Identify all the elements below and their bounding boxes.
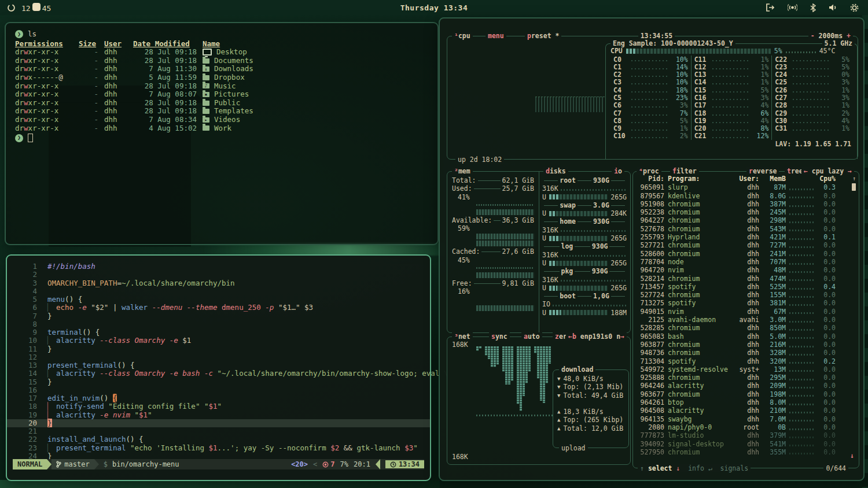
net-panel-title[interactable]: ³net: [452, 332, 473, 341]
process-row[interactable]: 964720nvimdhh48M0.0: [633, 266, 859, 274]
proc-select-button[interactable]: select: [648, 464, 672, 472]
process-row[interactable]: 948736chromiumdhh328M0.0: [633, 349, 859, 357]
proc-filter-button[interactable]: filter: [670, 167, 699, 175]
disks-panel-title[interactable]: disks: [543, 167, 568, 175]
process-user: syst+: [736, 365, 759, 374]
process-cpu-meter: [789, 197, 814, 198]
code-line[interactable]: 4: [7, 287, 430, 295]
process-row[interactable]: 528214chromiumdhh474M0.0: [633, 275, 859, 283]
volume-icon[interactable]: [829, 3, 837, 12]
cpu-core-row: C114%: [613, 63, 688, 71]
process-name: slurp: [668, 183, 733, 191]
net-interface-selector[interactable]: ←b enp191s0 n→: [566, 332, 627, 341]
code-line[interactable]: 18▏notify-send "Editing config file" "$1…: [7, 402, 430, 411]
io-mode-button[interactable]: io: [612, 167, 624, 175]
process-pid: 255793: [638, 233, 664, 241]
net-sync-button[interactable]: sync: [489, 332, 510, 341]
code-line[interactable]: 7}: [7, 312, 430, 320]
process-row[interactable]: 963877chromiumdhh216M0.0: [633, 341, 859, 349]
code-line[interactable]: 1#!/bin/bash: [7, 263, 430, 271]
cpu-panel-title[interactable]: ¹cpu: [452, 32, 473, 40]
code-line[interactable]: 17edit_in_nvim() {: [7, 394, 430, 402]
process-row[interactable]: 952238chromiumdhh245M0.0: [633, 208, 859, 216]
process-row[interactable]: 965083bashdhh5.0M0.0: [633, 332, 859, 341]
process-name: alacritty: [668, 382, 733, 390]
process-row[interactable]: 964135swaybgdhh7.0M0.0: [633, 415, 859, 423]
process-row[interactable]: 713457spotifydhh525M0.4: [633, 283, 859, 291]
process-row[interactable]: 549972systemd-resolvesyst+13M0.0: [633, 365, 859, 374]
process-row[interactable]: 964508alacrittydhh210M0.0: [633, 406, 859, 415]
bluetooth-icon[interactable]: [810, 3, 816, 12]
process-mem: 320M: [763, 357, 786, 365]
code-line[interactable]: 16: [7, 386, 430, 394]
process-row[interactable]: 527721chromiumdhh727M0.0: [633, 241, 859, 249]
proc-scroll-down-icon[interactable]: ↓: [850, 452, 854, 460]
process-row[interactable]: 713304spotifydhh320M0.2: [633, 357, 859, 365]
core-percent: 2%: [671, 132, 688, 140]
process-row[interactable]: 964227chromiumdhh298M0.0: [633, 216, 859, 224]
process-row[interactable]: 964246alacrittydhh209M0.0: [633, 382, 859, 390]
process-row[interactable]: 527950chromiumdhh355M0.0: [633, 448, 859, 456]
process-user: dhh: [736, 324, 759, 332]
nvim-editor-window[interactable]: 1#!/bin/bash23OMARCHY_BIN_PATH=~/.local/…: [6, 254, 431, 481]
process-row[interactable]: 949015nvimdhh67M0.0: [633, 308, 859, 316]
proc-sort-selector[interactable]: ← cpu lazy →: [801, 167, 854, 175]
process-row[interactable]: 925888chromiumdhh295M0.0: [633, 374, 859, 382]
code-line[interactable]: 13present_terminal() {: [7, 361, 430, 369]
process-cpu-meter: [789, 395, 814, 397]
code-line[interactable]: 19▏alacritty -e nvim "$1": [7, 411, 430, 419]
process-row[interactable]: 528285chromiumdhh850M0.0: [633, 324, 859, 332]
interval-decrease-button[interactable]: -: [811, 32, 815, 40]
proc-panel-title[interactable]: ⁴proc: [637, 167, 661, 175]
btop-monitor-window[interactable]: ¹cpu menu preset * 13:34:55 - 2000ms + E…: [439, 17, 865, 481]
proc-info-button[interactable]: info: [688, 464, 704, 472]
code-line[interactable]: 8: [7, 320, 430, 328]
code-line[interactable]: 15}: [7, 378, 430, 386]
process-name: node: [668, 258, 733, 266]
process-row[interactable]: 778704nodedhh707M0.0: [633, 258, 859, 266]
btop-preset-button[interactable]: preset *: [525, 32, 561, 40]
network-icon[interactable]: [788, 3, 797, 12]
code-line[interactable]: 2: [7, 271, 430, 279]
process-row[interactable]: 777873lm-studiodhh379M0.0: [633, 431, 859, 439]
code-line[interactable]: 12: [7, 353, 430, 361]
settings-icon[interactable]: [850, 3, 859, 12]
interval-increase-button[interactable]: +: [847, 32, 851, 40]
process-row[interactable]: 394092signal-desktopdhh541M0.0: [633, 440, 859, 448]
process-cpu-meter: [789, 230, 814, 231]
process-row[interactable]: 879567kdenlivedhh8.0G0.0: [633, 192, 859, 200]
shell-prompt-line-2[interactable]: ❯: [15, 134, 428, 142]
process-row[interactable]: 951908chromiumdhh387M0.0: [633, 200, 859, 208]
logout-icon[interactable]: [766, 3, 775, 12]
process-row[interactable]: 527724chromiumdhh155M0.0: [633, 291, 859, 299]
process-row[interactable]: 255793Hyprlanddhh421M0.1: [633, 233, 859, 241]
proc-reverse-button[interactable]: reverse: [746, 167, 779, 175]
code-line[interactable]: 11}: [7, 345, 430, 353]
process-row[interactable]: 528600chromiumdhh241M0.0: [633, 250, 859, 258]
file-list-terminal-window[interactable]: ❯ ls PermissionsSizeUserDate ModifiedNam…: [5, 22, 439, 245]
process-row[interactable]: 965091slurpdhh87M0.3: [633, 183, 859, 191]
code-line[interactable]: 9terminal() {: [7, 328, 430, 337]
process-row[interactable]: 713275spotifydhh381M0.0: [633, 299, 859, 307]
process-row[interactable]: 2080napi/phy0-0root0B0.0: [633, 423, 859, 431]
code-line[interactable]: 23▏present_terminal "echo 'Installing $1…: [7, 444, 430, 452]
btop-menu-button[interactable]: menu: [486, 32, 506, 40]
code-line[interactable]: 10▏alacritty --class Omarchy -e $1: [7, 337, 430, 345]
process-row[interactable]: 527678chromiumdhh543M0.0: [633, 225, 859, 233]
code-line[interactable]: 21: [7, 427, 430, 435]
proc-scrollbar-thumb[interactable]: [852, 183, 856, 191]
code-line[interactable]: 3OMARCHY_BIN_PATH=~/.local/share/omarchy…: [7, 279, 430, 287]
code-line[interactable]: 6▏echo -e "$2" | walker --dmenu --theme …: [7, 304, 430, 312]
proc-scroll-up-icon[interactable]: ↑: [852, 175, 856, 183]
cpu-core-row: C174%: [694, 102, 769, 109]
mem-panel-title[interactable]: ²mem: [452, 167, 473, 175]
process-row[interactable]: 2125avahi-daemonavahi3.0M0.0: [633, 316, 859, 324]
code-line[interactable]: 5menu() {: [7, 295, 430, 304]
proc-signals-button[interactable]: signals: [720, 464, 748, 472]
net-auto-button[interactable]: auto: [521, 332, 542, 341]
code-line[interactable]: 20}: [7, 419, 430, 427]
process-row[interactable]: 964261btopdhh8.0M0.0: [633, 398, 859, 406]
process-row[interactable]: 963677chromiumdhh198M0.0: [633, 390, 859, 398]
code-line[interactable]: 14▏alacritty --class Omarchy -e bash -c …: [7, 369, 430, 378]
code-line[interactable]: 22install_and_launch() {: [7, 435, 430, 443]
